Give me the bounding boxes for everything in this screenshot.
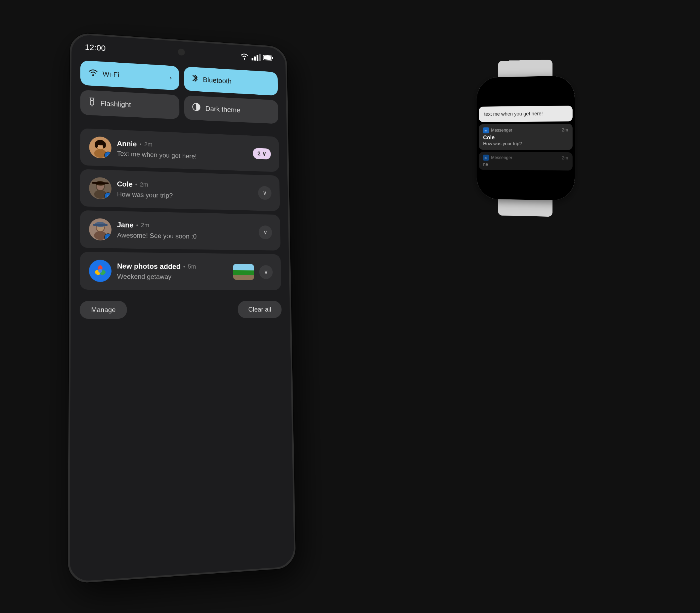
watch-notif-2-app: Messenger bbox=[491, 128, 560, 133]
watch-case: text me when you get here! m Messenger 2… bbox=[477, 76, 575, 200]
notif-jane-avatar: m bbox=[89, 218, 111, 241]
notif-jane-chevron[interactable]: ∨ bbox=[259, 225, 272, 239]
notif-photos-icon bbox=[89, 260, 111, 282]
wifi-tile-icon bbox=[88, 68, 98, 79]
darktheme-tile-icon bbox=[192, 102, 201, 114]
watch-notif-2-sender: Cole bbox=[483, 134, 568, 141]
notif-jane-name: Jane bbox=[117, 221, 133, 229]
phone: 12:00 bbox=[68, 32, 295, 584]
notif-cole-badge: m bbox=[104, 192, 111, 200]
watch-notif-3-msg: ne bbox=[483, 162, 568, 168]
notif-photos-name: New photos added bbox=[117, 262, 181, 271]
notifications-area: m Annie • 2m Text me when you get here! bbox=[70, 126, 290, 299]
notif-annie-time: 2m bbox=[144, 141, 152, 148]
notif-annie-badge: m bbox=[104, 152, 111, 159]
wifi-status-icon bbox=[240, 53, 249, 60]
notif-cole[interactable]: m Cole • 2m How was your trip? ∨ bbox=[80, 169, 280, 211]
notif-photos-message: Weekend getaway bbox=[117, 272, 228, 281]
quick-settings: Wi-Fi › Bluetooth bbox=[71, 55, 287, 135]
phone-screen: 12:00 bbox=[70, 34, 294, 582]
svg-rect-3 bbox=[256, 55, 259, 61]
notif-annie-name: Annie bbox=[117, 139, 137, 148]
svg-rect-1 bbox=[252, 58, 253, 61]
qs-row-2: Flashlight Dark theme bbox=[80, 90, 279, 124]
svg-point-40 bbox=[98, 269, 102, 273]
watch-messenger-icon-2: m bbox=[483, 155, 489, 160]
battery-icon bbox=[263, 55, 273, 61]
notif-jane-header: Jane • 2m bbox=[117, 221, 253, 231]
notif-annie-count: 2 ∨ bbox=[253, 148, 271, 159]
watch-notif-2-msg: How was your trip? bbox=[483, 141, 568, 147]
camera-hole bbox=[178, 49, 185, 55]
signal-icon bbox=[252, 53, 261, 61]
darktheme-tile[interactable]: Dark theme bbox=[184, 95, 278, 124]
watch-notif-3-app: Messenger bbox=[491, 155, 560, 160]
notif-photos-chevron[interactable]: ∨ bbox=[259, 265, 273, 279]
flashlight-tile-label: Flashlight bbox=[100, 99, 172, 111]
photo-thumb-inner bbox=[233, 264, 254, 280]
svg-rect-34 bbox=[93, 224, 107, 226]
notif-jane[interactable]: m Jane • 2m Awesome! See you soon :0 ∨ bbox=[80, 210, 280, 250]
watch-notif-2-header: m Messenger 2m bbox=[483, 127, 568, 133]
svg-rect-7 bbox=[264, 56, 271, 60]
notif-photos-thumb bbox=[233, 264, 254, 280]
svg-text:m: m bbox=[107, 195, 109, 198]
svg-rect-9 bbox=[90, 101, 93, 105]
notif-jane-time: 2m bbox=[141, 222, 149, 229]
wifi-tile[interactable]: Wi-Fi › bbox=[80, 60, 180, 90]
status-time: 12:00 bbox=[85, 42, 106, 53]
notif-photos-content: New photos added • 5m Weekend getaway bbox=[117, 262, 228, 281]
watch-screen: text me when you get here! m Messenger 2… bbox=[477, 76, 575, 200]
watch-notif-3-time: 2m bbox=[562, 156, 568, 160]
svg-text:m: m bbox=[107, 154, 109, 157]
watch-messenger-icon: m bbox=[483, 128, 489, 133]
notif-jane-content: Jane • 2m Awesome! See you soon :0 bbox=[117, 221, 253, 241]
notif-photos-time: 5m bbox=[188, 263, 196, 270]
status-icons bbox=[240, 53, 274, 62]
darktheme-tile-label: Dark theme bbox=[206, 104, 271, 116]
bluetooth-tile-label: Bluetooth bbox=[203, 76, 271, 87]
svg-point-0 bbox=[243, 58, 245, 60]
svg-text:m: m bbox=[107, 236, 109, 239]
notif-cole-content: Cole • 2m How was your trip? bbox=[117, 180, 253, 201]
watch-notif-stack: text me when you get here! m Messenger 2… bbox=[477, 76, 575, 200]
watch-notif-2-time: 2m bbox=[562, 128, 568, 132]
notif-cole-chevron[interactable]: ∨ bbox=[258, 186, 272, 200]
clear-all-button[interactable]: Clear all bbox=[238, 301, 282, 318]
watch-notif-1-text: text me when you get here! bbox=[484, 110, 567, 118]
notif-actions: Manage Clear all bbox=[70, 299, 290, 319]
bluetooth-tile-icon bbox=[191, 73, 199, 85]
svg-rect-4 bbox=[259, 54, 261, 61]
phone-wrapper: 12:00 bbox=[68, 32, 295, 584]
flashlight-tile-icon bbox=[88, 97, 96, 109]
notif-cole-avatar: m bbox=[89, 177, 111, 199]
notif-annie[interactable]: m Annie • 2m Text me when you get here! bbox=[80, 128, 279, 172]
notif-annie-avatar: m bbox=[89, 136, 111, 159]
notif-photos[interactable]: New photos added • 5m Weekend getaway ∨ bbox=[80, 252, 281, 290]
svg-point-8 bbox=[92, 74, 94, 76]
notif-cole-name: Cole bbox=[117, 180, 133, 188]
scene: 12:00 bbox=[0, 0, 700, 613]
bluetooth-tile[interactable]: Bluetooth bbox=[184, 66, 278, 96]
watch-wrapper: text me when you get here! m Messenger 2… bbox=[461, 58, 592, 226]
watch-notif-3: m Messenger 2m ne bbox=[479, 152, 572, 171]
watch-notif-2: m Messenger 2m Cole How was your trip? bbox=[479, 123, 572, 150]
manage-button[interactable]: Manage bbox=[80, 301, 127, 319]
wifi-tile-label: Wi-Fi bbox=[103, 70, 166, 81]
notif-photos-header: New photos added • 5m bbox=[117, 262, 228, 271]
notif-cole-message: How was your trip? bbox=[117, 191, 253, 201]
notif-annie-content: Annie • 2m Text me when you get here! bbox=[117, 139, 248, 162]
watch-notif-1: text me when you get here! bbox=[479, 106, 572, 122]
svg-rect-2 bbox=[254, 56, 256, 61]
watch-notif-3-header: m Messenger 2m bbox=[483, 155, 568, 161]
notif-cole-header: Cole • 2m bbox=[117, 180, 253, 192]
svg-text:m: m bbox=[485, 129, 487, 132]
watch-body: text me when you get here! m Messenger 2… bbox=[477, 76, 575, 200]
flashlight-tile[interactable]: Flashlight bbox=[80, 90, 180, 119]
wifi-tile-arrow: › bbox=[170, 74, 172, 81]
notif-jane-message: Awesome! See you soon :0 bbox=[117, 231, 253, 241]
notif-jane-badge: m bbox=[104, 233, 111, 241]
svg-text:m: m bbox=[485, 156, 487, 159]
svg-rect-6 bbox=[272, 57, 273, 60]
notif-cole-time: 2m bbox=[140, 181, 148, 188]
